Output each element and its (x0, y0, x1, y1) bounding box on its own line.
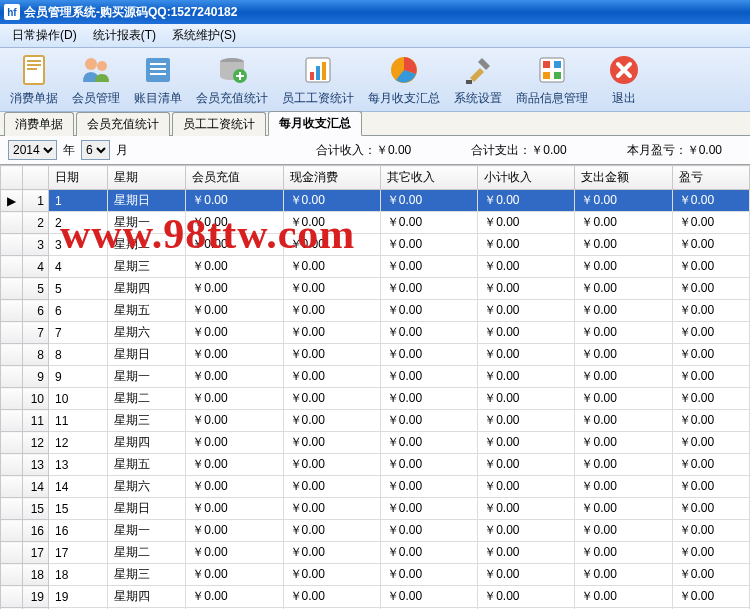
cell: ￥0.00 (380, 366, 477, 388)
table-row[interactable]: 1111星期三￥0.00￥0.00￥0.00￥0.00￥0.00￥0.00 (1, 410, 750, 432)
table-row[interactable]: 1212星期四￥0.00￥0.00￥0.00￥0.00￥0.00￥0.00 (1, 432, 750, 454)
cell: ￥0.00 (478, 586, 575, 608)
cell: ￥0.00 (186, 234, 283, 256)
svg-rect-14 (316, 66, 320, 80)
tool-salary-stats[interactable]: 员工工资统计 (276, 49, 360, 110)
year-select[interactable]: 2014 (8, 140, 57, 160)
row-indicator (1, 234, 23, 256)
tab-3[interactable]: 每月收支汇总 (268, 111, 362, 136)
cell: ￥0.00 (380, 322, 477, 344)
row-indicator (1, 432, 23, 454)
cell: ￥0.00 (186, 300, 283, 322)
svg-rect-13 (310, 72, 314, 80)
cell: ￥0.00 (575, 454, 672, 476)
cell: ￥0.00 (478, 388, 575, 410)
cell: ￥0.00 (478, 564, 575, 586)
table-row[interactable]: 77星期六￥0.00￥0.00￥0.00￥0.00￥0.00￥0.00 (1, 322, 750, 344)
row-number: 13 (23, 454, 49, 476)
table-row[interactable]: 55星期四￥0.00￥0.00￥0.00￥0.00￥0.00￥0.00 (1, 278, 750, 300)
table-row[interactable]: 22星期一￥0.00￥0.00￥0.00￥0.00￥0.00￥0.00 (1, 212, 750, 234)
tool-consume-list[interactable]: 消费单据 (4, 49, 64, 110)
cell: ￥0.00 (283, 410, 380, 432)
table-row[interactable]: 33星期二￥0.00￥0.00￥0.00￥0.00￥0.00￥0.00 (1, 234, 750, 256)
cell: 星期日 (108, 190, 186, 212)
cell: 星期五 (108, 300, 186, 322)
cell: 17 (49, 542, 108, 564)
salary-stats-icon (300, 52, 336, 88)
table-row[interactable]: 1010星期二￥0.00￥0.00￥0.00￥0.00￥0.00￥0.00 (1, 388, 750, 410)
table-row[interactable]: 66星期五￥0.00￥0.00￥0.00￥0.00￥0.00￥0.00 (1, 300, 750, 322)
col-header-1[interactable]: 星期 (108, 166, 186, 190)
summary-expense: 合计支出：￥0.00 (471, 142, 566, 159)
cell: 18 (49, 564, 108, 586)
cell: ￥0.00 (380, 410, 477, 432)
table-row[interactable]: 1616星期一￥0.00￥0.00￥0.00￥0.00￥0.00￥0.00 (1, 520, 750, 542)
col-header-5[interactable]: 小计收入 (478, 166, 575, 190)
grid-table: 日期星期会员充值现金消费其它收入小计收入支出金额盈亏 ▶11星期日￥0.00￥0… (0, 165, 750, 609)
tool-product-info[interactable]: 商品信息管理 (510, 49, 594, 110)
tool-exit[interactable]: 退出 (596, 49, 652, 110)
summary-income: 合计收入：￥0.00 (316, 142, 411, 159)
cell: 星期六 (108, 476, 186, 498)
row-number: 3 (23, 234, 49, 256)
cell: ￥0.00 (186, 432, 283, 454)
tool-label: 商品信息管理 (516, 90, 588, 107)
month-select[interactable]: 6 (81, 140, 110, 160)
menu-item-2[interactable]: 系统维护(S) (164, 25, 244, 46)
menu-item-0[interactable]: 日常操作(D) (4, 25, 85, 46)
cell: ￥0.00 (575, 190, 672, 212)
cell: ￥0.00 (575, 300, 672, 322)
table-row[interactable]: 1515星期日￥0.00￥0.00￥0.00￥0.00￥0.00￥0.00 (1, 498, 750, 520)
cell: ￥0.00 (478, 190, 575, 212)
cell: 星期二 (108, 542, 186, 564)
tool-member-mgmt[interactable]: 会员管理 (66, 49, 126, 110)
col-header-3[interactable]: 现金消费 (283, 166, 380, 190)
table-row[interactable]: 1919星期四￥0.00￥0.00￥0.00￥0.00￥0.00￥0.00 (1, 586, 750, 608)
cell: ￥0.00 (380, 454, 477, 476)
cell: 星期三 (108, 410, 186, 432)
table-row[interactable]: 99星期一￥0.00￥0.00￥0.00￥0.00￥0.00￥0.00 (1, 366, 750, 388)
data-grid[interactable]: 日期星期会员充值现金消费其它收入小计收入支出金额盈亏 ▶11星期日￥0.00￥0… (0, 164, 750, 609)
cell: ￥0.00 (283, 432, 380, 454)
row-number: 8 (23, 344, 49, 366)
cell: ￥0.00 (283, 344, 380, 366)
tool-recharge-stats[interactable]: 会员充值统计 (190, 49, 274, 110)
cell: ￥0.00 (672, 300, 749, 322)
cell: ￥0.00 (478, 366, 575, 388)
col-header-7[interactable]: 盈亏 (672, 166, 749, 190)
row-indicator (1, 410, 23, 432)
tab-0[interactable]: 消费单据 (4, 112, 74, 136)
col-header-4[interactable]: 其它收入 (380, 166, 477, 190)
cell: ￥0.00 (283, 498, 380, 520)
cell: 星期一 (108, 212, 186, 234)
tool-monthly-summary[interactable]: 每月收支汇总 (362, 49, 446, 110)
cell: ￥0.00 (186, 278, 283, 300)
table-row[interactable]: 1717星期二￥0.00￥0.00￥0.00￥0.00￥0.00￥0.00 (1, 542, 750, 564)
table-row[interactable]: 88星期日￥0.00￥0.00￥0.00￥0.00￥0.00￥0.00 (1, 344, 750, 366)
table-row[interactable]: 1313星期五￥0.00￥0.00￥0.00￥0.00￥0.00￥0.00 (1, 454, 750, 476)
row-indicator (1, 586, 23, 608)
col-header-0[interactable]: 日期 (49, 166, 108, 190)
svg-rect-9 (150, 73, 166, 75)
table-row[interactable]: ▶11星期日￥0.00￥0.00￥0.00￥0.00￥0.00￥0.00 (1, 190, 750, 212)
cell: ￥0.00 (283, 256, 380, 278)
tool-account-list[interactable]: 账目清单 (128, 49, 188, 110)
cell: ￥0.00 (672, 564, 749, 586)
col-header-6[interactable]: 支出金额 (575, 166, 672, 190)
row-number: 12 (23, 432, 49, 454)
svg-rect-3 (27, 68, 37, 70)
toolbar: 消费单据会员管理账目清单会员充值统计员工工资统计每月收支汇总系统设置商品信息管理… (0, 48, 750, 112)
row-indicator (1, 344, 23, 366)
table-row[interactable]: 1818星期三￥0.00￥0.00￥0.00￥0.00￥0.00￥0.00 (1, 564, 750, 586)
table-row[interactable]: 1414星期六￥0.00￥0.00￥0.00￥0.00￥0.00￥0.00 (1, 476, 750, 498)
tool-system-settings[interactable]: 系统设置 (448, 49, 508, 110)
col-header-2[interactable]: 会员充值 (186, 166, 283, 190)
cell: ￥0.00 (575, 234, 672, 256)
cell: ￥0.00 (283, 520, 380, 542)
cell: ￥0.00 (575, 542, 672, 564)
tab-2[interactable]: 员工工资统计 (172, 112, 266, 136)
menu-item-1[interactable]: 统计报表(T) (85, 25, 164, 46)
tab-1[interactable]: 会员充值统计 (76, 112, 170, 136)
table-row[interactable]: 44星期三￥0.00￥0.00￥0.00￥0.00￥0.00￥0.00 (1, 256, 750, 278)
row-number: 19 (23, 586, 49, 608)
